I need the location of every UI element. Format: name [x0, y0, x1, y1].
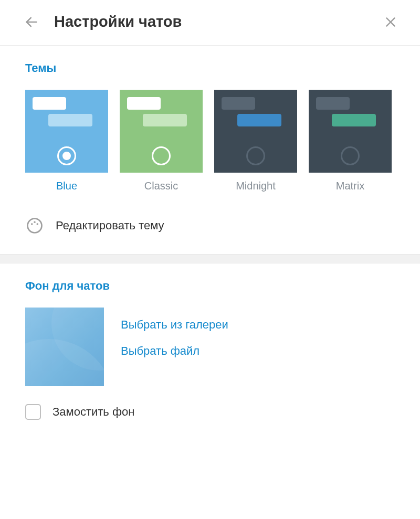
- theme-preview: [309, 90, 392, 173]
- tile-background-toggle[interactable]: Замостить фон: [25, 404, 395, 420]
- themes-list: BlueClassicMidnightMatrix: [25, 90, 395, 192]
- theme-label: Classic: [144, 180, 178, 192]
- chat-bubble-incoming: [316, 97, 350, 110]
- theme-label: Midnight: [236, 180, 276, 192]
- tile-checkbox[interactable]: [25, 404, 41, 420]
- edit-theme-label: Редактировать тему: [56, 219, 164, 232]
- background-section: Фон для чатов Выбрать из галереи Выбрать…: [0, 263, 420, 436]
- tile-checkbox-label: Замостить фон: [52, 405, 134, 419]
- background-preview[interactable]: [25, 308, 104, 386]
- svg-point-4: [31, 223, 33, 225]
- theme-preview: [214, 90, 297, 173]
- header: Настройки чатов: [0, 0, 420, 46]
- chat-bubble-incoming: [222, 97, 255, 110]
- theme-option-matrix[interactable]: Matrix: [309, 90, 392, 192]
- theme-radio-icon: [57, 146, 76, 165]
- chat-bubble-outgoing: [332, 114, 376, 126]
- svg-point-5: [34, 221, 36, 223]
- chat-bubble-outgoing: [48, 114, 92, 126]
- close-icon: [384, 15, 397, 29]
- theme-radio-icon: [152, 146, 171, 165]
- themes-section: Темы BlueClassicMidnightMatrix Редактиро…: [0, 46, 420, 254]
- svg-point-3: [28, 219, 42, 233]
- chat-bubble-incoming: [127, 97, 161, 110]
- background-actions: Выбрать из галереи Выбрать файл: [121, 308, 228, 386]
- theme-label: Blue: [56, 180, 77, 192]
- theme-option-classic[interactable]: Classic: [120, 90, 203, 192]
- background-row: Выбрать из галереи Выбрать файл: [25, 308, 395, 386]
- theme-option-blue[interactable]: Blue: [25, 90, 108, 192]
- chat-bubble-incoming: [33, 97, 66, 110]
- chat-bubble-outgoing: [237, 114, 281, 126]
- theme-option-midnight[interactable]: Midnight: [214, 90, 297, 192]
- svg-point-6: [36, 223, 38, 225]
- theme-preview: [25, 90, 108, 173]
- theme-radio-selected-dot: [62, 152, 71, 160]
- edit-theme-button[interactable]: Редактировать тему: [25, 213, 395, 238]
- choose-from-gallery-button[interactable]: Выбрать из галереи: [121, 318, 228, 332]
- choose-file-button[interactable]: Выбрать файл: [121, 344, 228, 358]
- chat-bubble-outgoing: [143, 114, 187, 126]
- arrow-left-icon: [24, 15, 39, 29]
- theme-label: Matrix: [336, 180, 364, 192]
- back-button[interactable]: [24, 14, 39, 30]
- theme-radio-icon: [246, 146, 265, 165]
- theme-preview: [120, 90, 203, 173]
- themes-section-title: Темы: [25, 61, 395, 75]
- section-divider: [0, 254, 420, 263]
- palette-icon: [25, 216, 44, 235]
- background-section-title: Фон для чатов: [25, 279, 395, 293]
- close-button[interactable]: [382, 14, 399, 30]
- page-title: Настройки чатов: [54, 13, 382, 30]
- theme-radio-icon: [341, 146, 360, 165]
